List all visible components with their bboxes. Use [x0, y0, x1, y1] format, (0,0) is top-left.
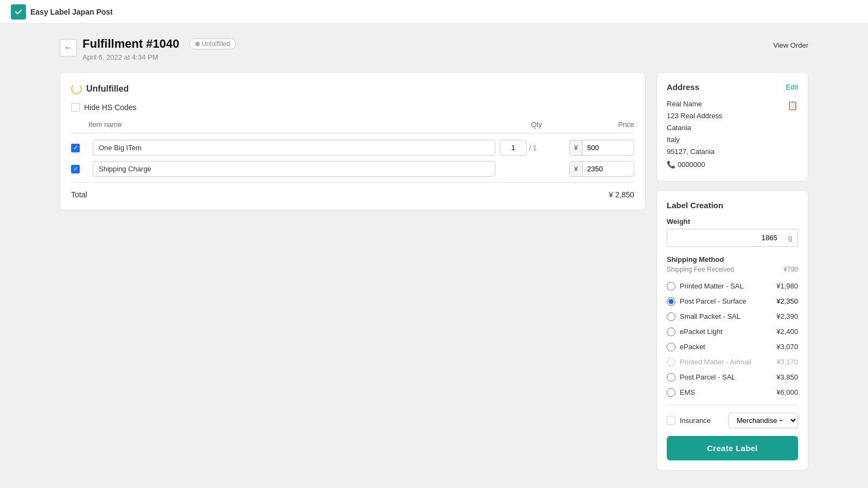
shipping-fee-label: Shipping Fee Received	[667, 266, 734, 273]
item-checkbox-0[interactable]: ✓	[71, 144, 80, 152]
address-street: 123 Real Address	[667, 110, 723, 122]
qty-total-0: / 1	[529, 144, 537, 152]
radio-price-3: ¥2,400	[776, 328, 798, 336]
address-postal: 95127, Catania	[667, 146, 723, 158]
radio-label-0: Printed Matter - SAL	[680, 282, 744, 290]
shipping-method-option-6: Post Parcel - SAL ¥3,850	[667, 372, 798, 383]
radio-label-2: Small Packet - SAL	[680, 312, 741, 320]
create-label-button[interactable]: Create Label	[667, 436, 798, 460]
total-value: 2,850	[615, 190, 634, 199]
right-column: Address Edit Real Name 123 Real Address …	[656, 72, 808, 471]
price-input-0[interactable]	[583, 140, 621, 155]
hide-hs-checkbox[interactable]	[71, 103, 80, 112]
insurance-label: Insurance	[680, 416, 711, 425]
weight-input[interactable]	[667, 229, 783, 246]
shipping-method-option-4: ePacket ¥3,070	[667, 342, 798, 352]
address-header: Address Edit	[667, 82, 798, 92]
address-lines: Real Name 123 Real Address Catania Italy…	[667, 98, 723, 171]
unfulfilled-header: Unfulfilled	[71, 84, 634, 94]
shipping-method-title: Shipping Method	[667, 255, 798, 264]
left-column: Unfulfilled Hide HS Codes Item name Qty …	[60, 72, 646, 219]
radio-input-3[interactable]	[667, 328, 675, 336]
price-group-1: ¥	[569, 161, 634, 177]
shipping-methods-list: Printed Matter - SAL ¥1,980 Post Parcel …	[667, 281, 798, 398]
radio-label-5: Printed Matter - Airmail	[680, 358, 751, 366]
phone-icon: 📞	[667, 159, 675, 171]
radio-left-3: ePacket Light	[667, 328, 723, 336]
items-card: Unfulfilled Hide HS Codes Item name Qty …	[60, 72, 646, 210]
radio-label-7: EMS	[680, 388, 695, 396]
price-currency-0: ¥	[570, 140, 583, 155]
radio-label-3: ePacket Light	[680, 328, 723, 336]
total-row: Total ¥ 2,850	[71, 182, 634, 199]
radio-price-1: ¥2,350	[776, 297, 798, 305]
unfulfilled-title: Unfulfilled	[86, 84, 129, 94]
hide-hs-row: Hide HS Codes	[71, 103, 634, 112]
radio-price-0: ¥1,980	[776, 282, 798, 290]
col-header-price: Price	[569, 120, 634, 129]
radio-input-6[interactable]	[667, 373, 675, 382]
shipping-method-option-2: Small Packet - SAL ¥2,390	[667, 311, 798, 322]
table-row: ✓ / 1 ¥	[71, 140, 634, 156]
clipboard-icon[interactable]: 📋	[787, 98, 798, 113]
total-label: Total	[71, 190, 87, 199]
address-name: Real Name	[667, 98, 723, 110]
radio-input-1[interactable]	[667, 297, 675, 306]
radio-input-2[interactable]	[667, 312, 675, 321]
radio-input-7[interactable]	[667, 388, 675, 397]
app-logo: Easy Label Japan Post	[11, 4, 113, 20]
status-text: Unfulfilled	[202, 40, 231, 48]
page-header: ← Fulfillment #1040 Unfulfilled April 6,…	[60, 37, 808, 61]
top-bar: Easy Label Japan Post	[0, 0, 868, 24]
radio-left-6: Post Parcel - SAL	[667, 373, 736, 382]
price-input-1[interactable]	[583, 162, 621, 176]
insurance-row: Insurance Merchandise ÷ Gift Documents O…	[667, 413, 798, 428]
status-dot-icon	[195, 42, 200, 46]
shipping-method-option-1: Post Parcel - Surface ¥2,350	[667, 296, 798, 307]
shipping-fee-row: Shipping Fee Received ¥790	[667, 266, 798, 273]
weight-field-label: Weight	[667, 217, 798, 226]
address-country: Italy	[667, 134, 723, 146]
item-name-input-0[interactable]	[93, 140, 495, 156]
item-name-input-1[interactable]	[93, 161, 495, 177]
label-creation-card: Label Creation Weight g Shipping Method …	[656, 190, 808, 471]
app-name: Easy Label Japan Post	[30, 8, 113, 16]
address-edit-link[interactable]: Edit	[786, 83, 798, 91]
merchandise-select[interactable]: Merchandise ÷ Gift Documents Other	[729, 413, 798, 428]
view-order-link[interactable]: View Order	[773, 41, 808, 49]
price-currency-1: ¥	[570, 162, 583, 176]
radio-left-0: Printed Matter - SAL	[667, 282, 744, 291]
radio-input-0[interactable]	[667, 282, 675, 291]
total-amount: ¥ 2,850	[609, 190, 634, 199]
qty-input-0[interactable]	[500, 140, 527, 156]
address-city: Catania	[667, 122, 723, 134]
page-header-left: ← Fulfillment #1040 Unfulfilled April 6,…	[60, 37, 236, 61]
radio-left-5: Printed Matter - Airmail	[667, 358, 751, 367]
radio-label-1: Post Parcel - Surface	[680, 297, 746, 305]
title-block: Fulfillment #1040 Unfulfilled April 6, 2…	[82, 37, 236, 61]
col-header-item: Item name	[88, 120, 504, 129]
radio-price-7: ¥6,000	[776, 388, 798, 396]
address-phone: 0000000	[678, 159, 705, 171]
phone-row: 📞 0000000	[667, 159, 723, 171]
insurance-checkbox[interactable]	[667, 416, 675, 425]
page-subtitle: April 6, 2022 at 4:34 PM	[82, 53, 236, 61]
radio-label-4: ePacket	[680, 343, 705, 351]
shipping-method-option-0: Printed Matter - SAL ¥1,980	[667, 281, 798, 292]
total-currency: ¥	[609, 190, 613, 199]
radio-input-4[interactable]	[667, 343, 675, 351]
radio-price-2: ¥2,390	[776, 312, 798, 320]
col-header-qty: Qty	[504, 120, 569, 129]
price-group-0: ¥	[569, 140, 634, 156]
radio-left-7: EMS	[667, 388, 695, 397]
radio-price-5: ¥3,170	[776, 358, 798, 366]
radio-left-4: ePacket	[667, 343, 705, 351]
col-header-check	[71, 120, 88, 129]
table-row: ✓ ¥	[71, 161, 634, 177]
radio-input-5[interactable]	[667, 358, 675, 367]
status-badge: Unfulfilled	[189, 38, 237, 49]
shipping-method-option-5: Printed Matter - Airmail ¥3,170	[667, 357, 798, 368]
item-checkbox-1[interactable]: ✓	[71, 165, 80, 174]
divider	[667, 404, 798, 405]
back-button[interactable]: ←	[60, 39, 77, 56]
